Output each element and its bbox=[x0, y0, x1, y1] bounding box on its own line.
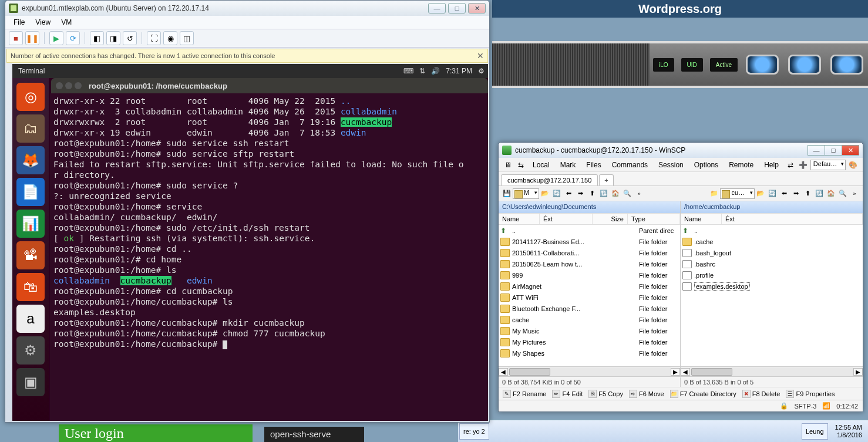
col-size[interactable]: Size bbox=[593, 214, 628, 224]
maximize-button[interactable]: □ bbox=[448, 3, 466, 14]
back-icon[interactable]: ⬅ bbox=[563, 188, 574, 200]
cdrom-icon[interactable]: ◉ bbox=[163, 31, 177, 45]
f6-move[interactable]: ➪F6 Move bbox=[627, 390, 666, 398]
sync-browse-icon[interactable]: ⇄ bbox=[785, 161, 796, 169]
new-session-icon[interactable]: ➕ bbox=[798, 161, 809, 169]
taskbar-item[interactable]: Leung bbox=[802, 423, 828, 440]
list-item[interactable]: .bash_logout bbox=[681, 247, 863, 258]
menu-help[interactable]: Help bbox=[759, 159, 783, 171]
scroll-left-icon[interactable]: ◀ bbox=[499, 368, 508, 376]
list-item[interactable]: examples.desktop bbox=[681, 281, 863, 292]
terminal-window-titlebar[interactable]: root@expubun01: /home/cucmbackup bbox=[51, 78, 488, 93]
server-icon[interactable]: 🖥 bbox=[502, 161, 514, 169]
ubuntu-topbar[interactable]: Terminal ⌨ ⇅ 🔊 7:31 PM ⚙ bbox=[12, 64, 488, 78]
close-info-icon[interactable]: ✕ bbox=[477, 51, 484, 60]
folder-open-icon[interactable]: 📂 bbox=[539, 188, 551, 200]
list-item[interactable]: My PicturesFile folder bbox=[499, 336, 680, 347]
writer-icon[interactable]: 📄 bbox=[16, 178, 45, 206]
f5-copy[interactable]: ⎘F5 Copy bbox=[587, 390, 625, 398]
play-icon[interactable]: ▶ bbox=[49, 31, 63, 45]
vmware-toolbar[interactable]: ■ ❚❚ ▶ ⟳ ◧ ◨ ↺ ⛶ ◉ ◫ bbox=[5, 29, 489, 48]
taskbar-clock[interactable]: 12:55 AM 1/8/2016 bbox=[829, 424, 868, 439]
remote-file-list[interactable]: ⬆...cache.bash_logout.bashrc.profileexam… bbox=[681, 225, 863, 366]
col-name[interactable]: Name bbox=[499, 214, 540, 224]
refresh-icon[interactable]: 🔃 bbox=[598, 188, 610, 200]
list-item[interactable]: .profile bbox=[681, 269, 863, 281]
minimize-button[interactable]: — bbox=[808, 145, 825, 156]
software-center-icon[interactable]: 🛍 bbox=[16, 273, 45, 301]
home-icon[interactable]: 🏠 bbox=[825, 188, 837, 200]
menu-remote[interactable]: Remote bbox=[724, 159, 758, 171]
find-icon[interactable]: 🔍 bbox=[837, 188, 849, 200]
list-item[interactable]: ATT WiFiFile folder bbox=[499, 292, 680, 303]
maximize-button[interactable]: □ bbox=[825, 145, 842, 156]
local-columns[interactable]: Name Êxt Size Type bbox=[499, 213, 680, 225]
list-item[interactable]: 999File folder bbox=[499, 269, 680, 281]
forward-icon[interactable]: ➡ bbox=[790, 188, 802, 200]
files-icon[interactable]: 🗂 bbox=[16, 114, 45, 143]
col-ext[interactable]: Êxt bbox=[540, 214, 593, 224]
window-min-icon[interactable] bbox=[65, 82, 72, 89]
firefox-icon[interactable]: 🦊 bbox=[16, 146, 45, 174]
winscp-menubar[interactable]: 🖥 ⇆ Local Mark Files Commands Session Op… bbox=[499, 158, 863, 172]
sync-icon[interactable]: ⇆ bbox=[515, 161, 527, 169]
snapshot-icon[interactable]: ◧ bbox=[90, 31, 104, 45]
folder-open-icon[interactable]: 📂 bbox=[755, 188, 766, 200]
back-icon[interactable]: ⬅ bbox=[778, 188, 790, 200]
remote-overflow-icon[interactable]: » bbox=[849, 188, 860, 200]
list-item[interactable]: cacheFile folder bbox=[499, 314, 680, 325]
list-item[interactable]: Bluetooth Exchange F...File folder bbox=[499, 303, 680, 314]
remote-drive-icon[interactable]: 📁 bbox=[708, 188, 720, 200]
window-close-icon[interactable] bbox=[56, 82, 63, 89]
winscp-session-tabs[interactable]: cucmbackup@172.20.17.150 + bbox=[499, 172, 863, 186]
menu-session[interactable]: Session bbox=[654, 159, 688, 171]
f7-mkdir[interactable]: 📁F7 Create Directory bbox=[668, 390, 738, 398]
menu-local[interactable]: Local bbox=[528, 159, 554, 171]
scroll-right-icon[interactable]: ▶ bbox=[853, 368, 863, 376]
up-dir-icon[interactable]: ⬆ bbox=[802, 188, 813, 200]
sync-dirs-icon[interactable]: 🔄 bbox=[551, 188, 563, 200]
terminal-content[interactable]: drwxr-xr-x 22 root root 4096 May 22 2015… bbox=[50, 93, 488, 421]
list-item[interactable]: 20150625-Learn how t...File folder bbox=[499, 258, 680, 269]
terminal-icon[interactable]: ▣ bbox=[16, 368, 45, 396]
list-item[interactable]: AirMagnetFile folder bbox=[499, 281, 680, 292]
reset-icon[interactable]: ⟳ bbox=[66, 31, 80, 45]
menu-mark[interactable]: Mark bbox=[556, 159, 581, 171]
menu-options[interactable]: Options bbox=[689, 159, 723, 171]
scroll-thumb[interactable] bbox=[509, 368, 550, 376]
vmware-menubar[interactable]: File View VM bbox=[5, 16, 489, 29]
minimize-button[interactable]: — bbox=[428, 3, 446, 14]
list-item[interactable]: 20141127-Business Ed...File folder bbox=[499, 236, 680, 247]
new-session-tab[interactable]: + bbox=[599, 174, 613, 185]
scroll-track[interactable] bbox=[690, 367, 853, 376]
col-name[interactable]: Name bbox=[681, 214, 722, 224]
scroll-thumb[interactable] bbox=[691, 368, 732, 376]
f9-properties[interactable]: ☰F9 Properties bbox=[784, 390, 836, 398]
winscp-fnkeys[interactable]: ✎F2 Rename ✏F4 Edit ⎘F5 Copy ➪F6 Move 📁F… bbox=[499, 387, 863, 400]
toolbar-overflow-icon[interactable]: 🎨 bbox=[847, 161, 859, 169]
refresh-icon[interactable]: 🔃 bbox=[813, 188, 825, 200]
forward-icon[interactable]: ➡ bbox=[574, 188, 586, 200]
list-item[interactable]: .cache bbox=[681, 236, 863, 247]
menu-vm[interactable]: VM bbox=[56, 17, 76, 28]
menu-commands[interactable]: Commands bbox=[607, 159, 652, 171]
settings-icon[interactable]: ⚙ bbox=[16, 336, 45, 365]
remote-columns[interactable]: Name Êxt bbox=[681, 213, 863, 225]
stop-icon[interactable]: ■ bbox=[9, 31, 23, 45]
list-item[interactable]: My MusicFile folder bbox=[499, 325, 680, 336]
taskbar-item[interactable]: re: yo 2 bbox=[459, 423, 489, 440]
f4-edit[interactable]: ✏F4 Edit bbox=[550, 390, 584, 398]
winscp-navbar[interactable]: 💾 M 📂 🔄 ⬅ ➡ ⬆ 🔃 🏠 🔍 » 📁 cu… 📂 🔄 ⬅ ➡ ⬆ 🔃 … bbox=[499, 186, 863, 201]
close-button[interactable]: ✕ bbox=[468, 3, 486, 14]
f8-delete[interactable]: ✖F8 Delete bbox=[741, 390, 782, 398]
snapshot-manager-icon[interactable]: ◨ bbox=[106, 31, 120, 45]
window-max-icon[interactable] bbox=[75, 82, 82, 89]
transfer-preset-dropdown[interactable]: Defau… bbox=[810, 160, 846, 170]
sound-icon[interactable]: 🔊 bbox=[431, 67, 440, 75]
scroll-track[interactable] bbox=[508, 367, 671, 376]
col-type[interactable]: Type bbox=[628, 214, 680, 224]
revert-icon[interactable]: ↺ bbox=[123, 31, 137, 45]
list-item[interactable]: ⬆.. bbox=[681, 225, 863, 236]
find-icon[interactable]: 🔍 bbox=[621, 188, 633, 200]
unity-launcher[interactable]: ◎ 🗂 🦊 📄 📊 📽 🛍 a ⚙ ▣ bbox=[12, 78, 49, 421]
